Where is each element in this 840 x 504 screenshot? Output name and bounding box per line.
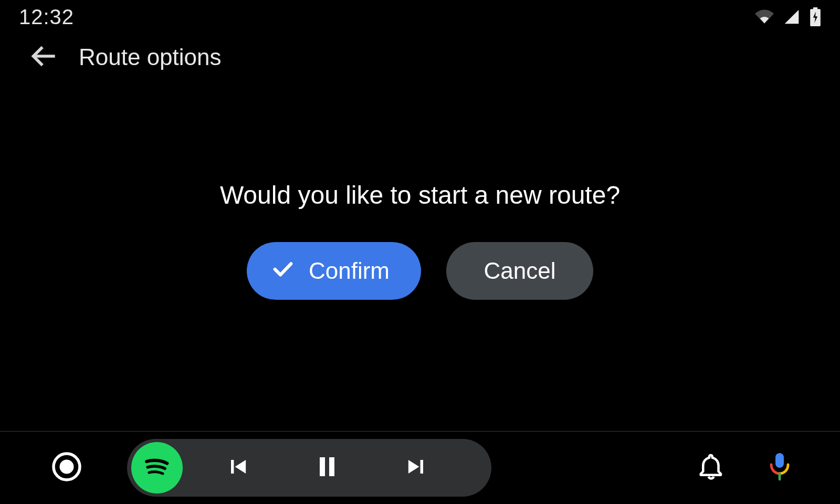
confirm-button-label: Confirm: [309, 258, 390, 284]
bottom-nav: [0, 432, 840, 504]
svg-rect-6: [320, 457, 325, 476]
cellular-icon: [783, 8, 800, 25]
cancel-button[interactable]: Cancel: [446, 242, 593, 300]
status-icons: [755, 7, 821, 26]
svg-rect-1: [813, 7, 817, 9]
spotify-icon: [139, 448, 175, 487]
confirm-button[interactable]: Confirm: [247, 242, 421, 300]
svg-rect-8: [775, 453, 784, 468]
skip-previous-icon: [224, 453, 251, 482]
check-icon: [271, 256, 295, 286]
mic-icon: [766, 452, 793, 484]
previous-track-button[interactable]: [193, 439, 282, 497]
back-button[interactable]: [28, 42, 59, 72]
voice-assistant-button[interactable]: [756, 444, 803, 491]
media-app-button[interactable]: [131, 442, 183, 494]
launcher-button[interactable]: [48, 449, 85, 486]
dialog-button-row: Confirm Cancel: [247, 242, 593, 300]
cancel-button-label: Cancel: [484, 258, 556, 284]
status-bar: 12:32: [0, 0, 840, 34]
svg-point-4: [60, 460, 74, 474]
dialog-question: Would you like to start a new route?: [220, 181, 620, 209]
status-clock: 12:32: [19, 5, 74, 29]
notifications-button[interactable]: [688, 444, 735, 491]
wifi-icon: [755, 7, 774, 26]
pause-icon: [314, 453, 340, 483]
media-control-bar: [127, 439, 491, 497]
page-title: Route options: [79, 44, 222, 70]
svg-rect-7: [329, 457, 334, 476]
dialog: Would you like to start a new route? Con…: [0, 81, 840, 431]
header: Route options: [0, 34, 840, 81]
play-pause-button[interactable]: [282, 439, 372, 497]
bell-icon: [697, 453, 726, 483]
skip-next-icon: [403, 453, 430, 482]
battery-charging-icon: [810, 7, 821, 26]
arrow-left-icon: [30, 43, 57, 72]
next-track-button[interactable]: [372, 439, 461, 497]
circle-icon: [51, 451, 82, 485]
